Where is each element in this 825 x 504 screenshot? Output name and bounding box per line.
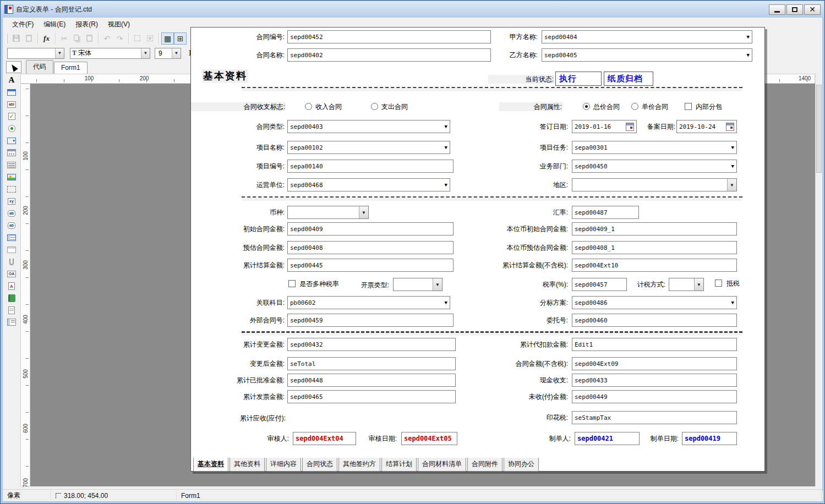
dropdown-arrow-icon[interactable]: ▼ xyxy=(731,145,734,150)
page-tab-other-parties[interactable]: 其他签约方 xyxy=(338,458,380,472)
project-task-combo[interactable]: sepa00301▼ xyxy=(572,141,737,154)
toolbox-maskedit-tool[interactable]: ab xyxy=(5,220,18,231)
toolbox-grid-tool[interactable] xyxy=(5,232,18,243)
menu-view[interactable]: 视图(V) xyxy=(103,18,135,31)
toolbox-window-tool[interactable] xyxy=(5,244,18,255)
creator-input[interactable]: sepd00421 xyxy=(575,432,640,445)
toolbox-document-tool[interactable] xyxy=(5,304,18,316)
bring-front-button[interactable] xyxy=(131,32,144,45)
dropdown-arrow-icon[interactable]: ▼ xyxy=(445,124,447,129)
minimize-button[interactable] xyxy=(769,4,785,15)
stamp-tax-input[interactable]: seStampTax xyxy=(572,411,737,424)
function-button[interactable]: fx xyxy=(40,32,53,45)
send-back-button[interactable] xyxy=(144,32,156,45)
audit-date-input[interactable]: sepd004Ext05 xyxy=(401,432,457,445)
toolbox-edit-tool[interactable]: ab xyxy=(5,207,18,219)
page-tab-status[interactable]: 合同状态 xyxy=(302,458,337,472)
tax-rate-input[interactable]: sepd00457 xyxy=(572,278,627,291)
toolbox-label-tool[interactable]: A xyxy=(5,74,18,86)
redo-button[interactable]: ↷ xyxy=(113,32,126,45)
entrust-no-input[interactable]: sepd00460 xyxy=(572,314,737,327)
toolbox-oa-tool[interactable]: OA xyxy=(5,268,18,280)
toolbox-frame-tool[interactable] xyxy=(5,183,18,195)
snap-grid-button[interactable]: ⊞ xyxy=(174,32,187,45)
sign-date-input[interactable]: 2019-01-16 xyxy=(572,120,637,133)
open-button[interactable] xyxy=(23,32,35,45)
paste-button[interactable] xyxy=(83,32,96,45)
income-radio[interactable] xyxy=(305,103,312,110)
dropdown-arrow-icon[interactable]: ▼ xyxy=(694,278,703,291)
contract-type-combo[interactable]: sepd00403▼ xyxy=(287,120,450,133)
amount-notax-input[interactable]: sepd004Ext09 xyxy=(572,357,737,370)
page-tab-detail[interactable]: 详细内容 xyxy=(266,458,301,472)
record-date-input[interactable]: 2019-10-24 xyxy=(676,120,737,133)
settled-amount-notax-input[interactable]: sepd004Ext10 xyxy=(572,259,737,272)
party-b-combo[interactable]: sepd00405▼ xyxy=(542,48,752,62)
toolbox-xy-tool[interactable]: xy xyxy=(5,195,18,207)
dropdown-arrow-icon[interactable]: ▼ xyxy=(727,179,736,191)
dropdown-arrow-icon[interactable]: ▼ xyxy=(433,278,442,291)
party-a-combo[interactable]: sepd00404▼ xyxy=(542,30,752,43)
toolbox-textbox-tool[interactable]: abl xyxy=(5,98,18,110)
toolbox-checkbox-tool[interactable]: ✓ xyxy=(5,111,18,122)
form-design-surface[interactable]: 合同编号: sepd00452 甲方名称: sepd00404▼ 合同名称: s… xyxy=(190,27,765,472)
tax-method-combo[interactable]: ▼ xyxy=(669,278,704,291)
copy-button[interactable] xyxy=(70,32,83,45)
base-initial-amount-input[interactable]: sepd00409_1 xyxy=(572,222,737,235)
font-family-select[interactable]: T 宋体 ▼ xyxy=(70,48,150,59)
show-grid-button[interactable]: ▦ xyxy=(161,32,174,45)
tax-deduct-checkbox[interactable] xyxy=(715,280,722,287)
toolbox-attachment-tool[interactable] xyxy=(5,256,18,267)
toolbox-notebook-tool[interactable] xyxy=(5,292,18,304)
select-tool[interactable] xyxy=(6,61,21,73)
menu-edit[interactable]: 编辑(E) xyxy=(39,18,70,31)
toolbox-detail-tool[interactable] xyxy=(5,316,18,328)
cut-button[interactable]: ✂ xyxy=(58,32,70,45)
undo-button[interactable]: ↶ xyxy=(101,32,113,45)
unreceived-amount-input[interactable]: sepd00449 xyxy=(572,390,737,403)
toolbox-datepicker-tool[interactable] xyxy=(5,147,18,158)
internal-subcontract-checkbox[interactable] xyxy=(685,103,692,110)
dropdown-arrow-icon[interactable]: ▼ xyxy=(141,48,150,58)
dropdown-arrow-icon[interactable]: ▼ xyxy=(172,48,181,58)
split-plan-combo[interactable]: sepd00486▼ xyxy=(572,296,737,309)
toolbox-radio-tool[interactable] xyxy=(5,123,18,134)
region-combo[interactable]: ▼ xyxy=(572,178,737,191)
unit-price-radio[interactable] xyxy=(631,103,638,110)
currency-combo[interactable]: ▼ xyxy=(287,206,369,219)
dropdown-arrow-icon[interactable]: ▼ xyxy=(731,163,734,169)
vertical-scrollbar[interactable] xyxy=(815,74,822,486)
calendar-icon[interactable] xyxy=(726,123,734,131)
tab-code[interactable]: 代码 xyxy=(26,60,53,74)
base-estimated-amount-input[interactable]: sepd00408_1 xyxy=(572,241,737,254)
maximize-button[interactable] xyxy=(786,4,803,15)
create-date-input[interactable]: sepd00419 xyxy=(682,432,737,445)
toolbox-panel-tool[interactable] xyxy=(5,86,18,98)
invoice-type-combo[interactable]: ▼ xyxy=(393,278,442,291)
object-selector[interactable]: ▼ xyxy=(7,48,64,59)
dropdown-arrow-icon[interactable]: ▼ xyxy=(55,48,64,58)
dropdown-arrow-icon[interactable]: ▼ xyxy=(731,300,734,305)
cash-flow-input[interactable]: sepd00433 xyxy=(572,374,737,387)
expense-radio[interactable] xyxy=(371,103,378,110)
calendar-icon[interactable] xyxy=(626,123,634,131)
auditor-input[interactable]: sepd004Ext04 xyxy=(293,432,356,445)
dropdown-arrow-icon[interactable]: ▼ xyxy=(747,34,750,40)
toolbox-image-tool[interactable] xyxy=(5,171,18,183)
font-size-select[interactable]: 9 ▼ xyxy=(155,48,181,59)
dropdown-arrow-icon[interactable]: ▼ xyxy=(747,52,750,58)
page-tab-settlement-plan[interactable]: 结算计划 xyxy=(381,458,417,472)
exchange-rate-input[interactable]: sepd00487 xyxy=(572,206,639,219)
total-price-radio[interactable] xyxy=(583,103,590,110)
page-tab-other-info[interactable]: 其他资料 xyxy=(230,458,265,472)
scrollbar-thumb[interactable] xyxy=(816,85,822,173)
toolbox-richtext-tool[interactable]: A xyxy=(5,280,18,292)
dropdown-arrow-icon[interactable]: ▼ xyxy=(359,206,368,218)
withhold-amount-input[interactable]: Edit1 xyxy=(572,338,737,351)
tab-form1[interactable]: Form1 xyxy=(54,62,88,74)
menu-report[interactable]: 报表(R) xyxy=(70,18,103,31)
close-button[interactable]: ✕ xyxy=(804,4,821,15)
page-tab-material-list[interactable]: 合同材料清单 xyxy=(418,458,466,472)
menu-file[interactable]: 文件(F) xyxy=(7,18,39,31)
toolbox-memo-tool[interactable] xyxy=(5,159,18,171)
